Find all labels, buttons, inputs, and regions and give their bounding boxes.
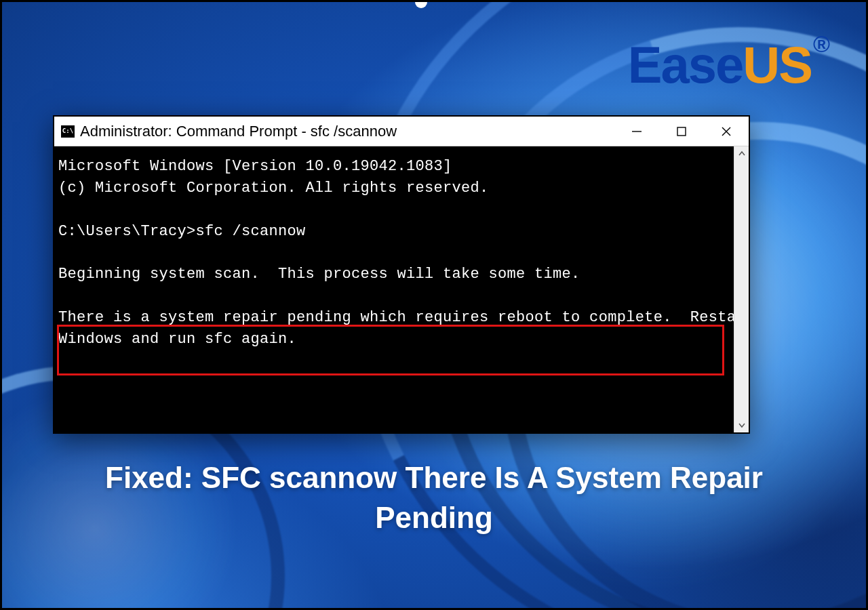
registered-mark: ® xyxy=(813,31,829,57)
maximize-icon xyxy=(676,126,687,137)
cmd-icon: C:\ xyxy=(61,125,75,138)
maximize-button[interactable] xyxy=(659,117,704,146)
logo-part-us: US xyxy=(743,36,812,94)
window-controls xyxy=(614,117,749,146)
easeus-logo: EaseUS® xyxy=(628,35,827,94)
vertical-scrollbar[interactable] xyxy=(734,146,749,432)
command-prompt-window: C:\ Administrator: Command Prompt - sfc … xyxy=(53,115,750,434)
console-line: Microsoft Windows [Version 10.0.19042.10… xyxy=(58,158,452,175)
minimize-icon xyxy=(631,125,643,138)
console-output[interactable]: Microsoft Windows [Version 10.0.19042.10… xyxy=(54,146,734,432)
close-icon xyxy=(720,125,732,138)
logo-part-ease: Ease xyxy=(628,36,743,94)
console-line: There is a system repair pending which r… xyxy=(58,309,734,326)
scroll-up-button[interactable] xyxy=(734,146,749,161)
scroll-down-button[interactable] xyxy=(734,418,749,432)
chevron-down-icon xyxy=(738,422,745,428)
console-line: Windows and run sfc again. xyxy=(58,331,296,348)
chevron-up-icon xyxy=(738,150,745,157)
svg-rect-1 xyxy=(677,127,686,136)
console-line: Beginning system scan. This process will… xyxy=(58,266,580,283)
window-title: Administrator: Command Prompt - sfc /sca… xyxy=(80,123,614,140)
console-line: C:\Users\Tracy>sfc /scannow xyxy=(58,223,306,240)
close-button[interactable] xyxy=(704,117,749,146)
window-titlebar[interactable]: C:\ Administrator: Command Prompt - sfc … xyxy=(54,117,749,146)
minimize-button[interactable] xyxy=(614,117,659,146)
window-body: Microsoft Windows [Version 10.0.19042.10… xyxy=(54,146,749,432)
article-caption: Fixed: SFC scannow There Is A System Rep… xyxy=(0,458,868,538)
console-line: (c) Microsoft Corporation. All rights re… xyxy=(58,180,489,197)
